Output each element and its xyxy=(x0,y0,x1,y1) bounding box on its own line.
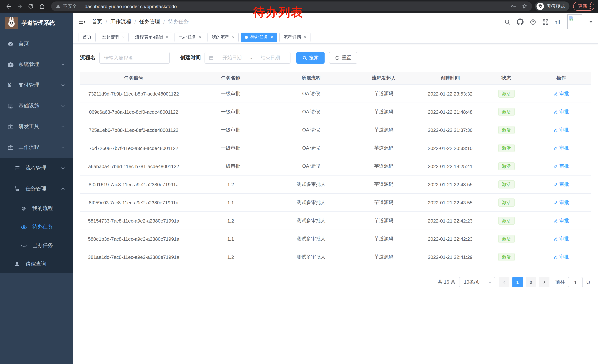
breadcrumb-workflow[interactable]: 工作流程 xyxy=(110,18,131,25)
sidebar-item-label: 工作流程 xyxy=(18,144,39,151)
chevron-right-icon xyxy=(542,280,547,284)
github-icon[interactable] xyxy=(517,18,523,25)
close-icon[interactable]: × xyxy=(166,35,168,39)
sidebar-item-label: 任务管理 xyxy=(25,186,46,192)
tree-icon xyxy=(14,186,22,192)
reset-button[interactable]: 重置 xyxy=(329,52,357,64)
bookmark-star-icon[interactable] xyxy=(522,3,528,9)
date-range-picker[interactable]: 开始日期 - 结束日期 xyxy=(205,52,291,64)
tab-start-process[interactable]: 发起流程× xyxy=(98,32,129,42)
cell-task-id: 8f0d1619-7ac8-11ec-a9e2-a2380e71991a xyxy=(80,182,187,187)
breadcrumb-task-mgmt[interactable]: 任务管理 xyxy=(139,18,160,25)
tab-home[interactable]: 首页 xyxy=(79,32,96,42)
cell-status: 激活 xyxy=(481,126,532,134)
cell-process: OA 请假 xyxy=(274,90,348,97)
approve-link[interactable]: 审批 xyxy=(553,127,569,133)
tab-todo-tasks[interactable]: 待办任务× xyxy=(241,32,277,42)
sidebar-item-system[interactable]: 系统管理 xyxy=(0,54,73,75)
forward-icon[interactable] xyxy=(15,1,25,11)
close-icon[interactable]: × xyxy=(271,35,273,39)
font-size-icon[interactable]: TT xyxy=(555,19,561,25)
sidebar-item-workflow[interactable]: 工作流程 xyxy=(0,137,73,158)
goto-page-input[interactable] xyxy=(568,277,583,287)
table-row: 381aa1dd-7ac8-11ec-a9e2-a2380e71991a 1.2… xyxy=(80,248,590,266)
sidebar-item-infra[interactable]: 基础设施 xyxy=(0,96,73,116)
approve-link[interactable]: 审批 xyxy=(553,90,569,97)
goto-suffix: 页 xyxy=(586,279,590,285)
dashboard-icon xyxy=(8,40,16,47)
sidebar-item-done-tasks[interactable]: 已办任务 xyxy=(0,236,73,255)
col-task-id: 任务编号 xyxy=(80,75,187,81)
security-label: 不安全 xyxy=(63,3,77,9)
status-badge: 激活 xyxy=(498,162,515,170)
url-divider xyxy=(81,4,81,9)
cell-actions: 审批 xyxy=(532,235,590,242)
reload-icon[interactable] xyxy=(26,1,36,11)
sidebar-item-task-mgmt[interactable]: 任务管理 xyxy=(0,178,73,199)
cell-task-name: 一级审批 xyxy=(187,145,274,152)
sidebar-item-devtools[interactable]: 研发工具 xyxy=(0,116,73,137)
sidebar-item-leave-query[interactable]: 请假查询 xyxy=(0,255,73,273)
approve-link[interactable]: 审批 xyxy=(553,254,569,260)
avatar[interactable] xyxy=(567,15,582,29)
avatar-caret-icon[interactable] xyxy=(589,21,593,23)
next-page-button[interactable] xyxy=(539,277,549,287)
page-1-button[interactable]: 1 xyxy=(512,277,523,287)
sidebar-item-process-mgmt[interactable]: 流程管理 xyxy=(0,158,73,178)
key-icon[interactable] xyxy=(511,3,516,9)
cell-task-id: 8f059c03-7ac8-11ec-a9e2-a2380e71991a xyxy=(80,200,187,205)
process-name-input[interactable] xyxy=(99,52,170,64)
tab-form-edit[interactable]: 流程表单-编辑× xyxy=(131,32,172,42)
home-icon[interactable] xyxy=(37,1,47,11)
browser-update-button[interactable]: 更新 xyxy=(573,2,594,11)
chevron-down-icon xyxy=(61,166,65,170)
close-icon[interactable]: × xyxy=(304,35,306,39)
help-icon[interactable] xyxy=(530,18,536,25)
breadcrumb-home[interactable]: 首页 xyxy=(92,18,102,25)
tab-my-process[interactable]: 我的流程× xyxy=(208,32,239,42)
search-button[interactable]: 搜索 xyxy=(296,52,324,64)
page-2-button[interactable]: 2 xyxy=(526,277,536,287)
tab-process-detail[interactable]: 流程详情× xyxy=(279,32,310,42)
approve-link[interactable]: 审批 xyxy=(553,217,569,224)
update-label: 更新 xyxy=(578,3,587,9)
sidebar-item-payment[interactable]: ¥ 支付管理 xyxy=(0,75,73,96)
back-icon[interactable] xyxy=(4,1,13,11)
cell-process: 测试多审批人 xyxy=(274,181,348,188)
tab-done-tasks[interactable]: 已办任务× xyxy=(174,32,206,42)
page-size-select[interactable]: 10条/页 xyxy=(459,277,495,287)
close-icon[interactable]: × xyxy=(122,35,125,39)
status-badge: 激活 xyxy=(498,253,515,261)
fullscreen-icon[interactable] xyxy=(542,18,549,25)
approve-link[interactable]: 审批 xyxy=(553,181,569,188)
cell-status: 激活 xyxy=(481,108,532,116)
sidebar-collapse-icon[interactable] xyxy=(79,18,85,25)
select-caret-icon xyxy=(488,280,492,284)
app-logo[interactable]: 芋道管理系统 xyxy=(0,13,73,33)
edit-pencil-icon xyxy=(553,110,558,114)
close-icon[interactable]: × xyxy=(232,35,234,39)
search-icon[interactable] xyxy=(504,18,511,25)
approve-link[interactable]: 审批 xyxy=(553,199,569,206)
sidebar-item-label: 研发工具 xyxy=(18,123,39,130)
approve-link[interactable]: 审批 xyxy=(553,163,569,170)
approve-link[interactable]: 审批 xyxy=(553,235,569,242)
cell-actions: 审批 xyxy=(532,199,590,206)
sidebar-item-home[interactable]: 首页 xyxy=(0,33,73,54)
cell-starter: 芋道源码 xyxy=(348,254,420,260)
cell-task-id: 069c6a63-7b8a-11ec-8ef0-acde48001122 xyxy=(80,109,187,115)
eye-closed-icon xyxy=(21,242,29,249)
table-row: 580e1b3d-7ac8-11ec-a9e2-a2380e71991a 1.1… xyxy=(80,230,590,248)
menu-dots-icon[interactable] xyxy=(590,3,591,9)
prev-page-button[interactable] xyxy=(499,277,509,287)
close-icon[interactable]: × xyxy=(199,35,201,39)
approve-link[interactable]: 审批 xyxy=(553,108,569,115)
range-separator: - xyxy=(250,55,252,61)
edit-pencil-icon xyxy=(553,91,558,96)
cell-task-name: 1.2 xyxy=(187,254,274,260)
status-badge: 激活 xyxy=(498,126,515,134)
approve-link[interactable]: 审批 xyxy=(553,145,569,152)
sidebar-item-my-process[interactable]: 我的流程 xyxy=(0,199,73,218)
sidebar-item-todo-tasks[interactable]: 待办任务 xyxy=(0,218,73,236)
incognito-badge: 无痕模式 xyxy=(535,1,569,11)
